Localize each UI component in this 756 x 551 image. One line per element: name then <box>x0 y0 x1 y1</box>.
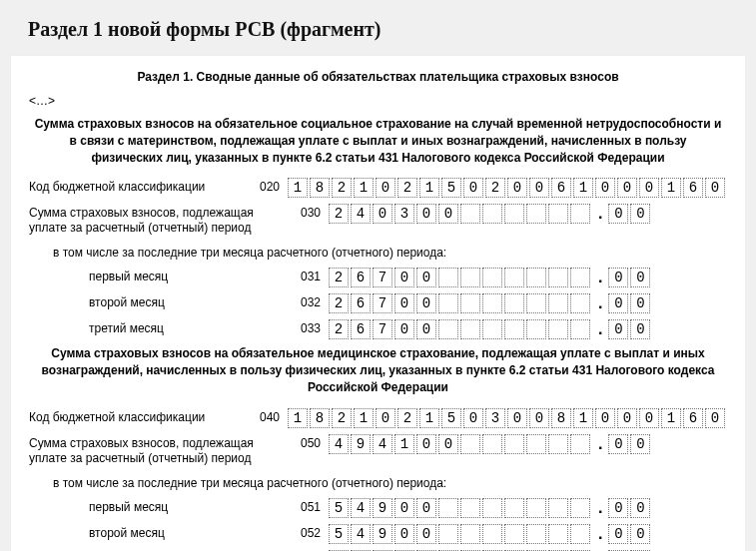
section-1-heading: Сумма страховых взносов на обязательное … <box>29 116 727 166</box>
digit-cell: 6 <box>351 293 371 313</box>
ellipsis: <…> <box>29 94 727 108</box>
decimal-dot: . <box>592 498 608 518</box>
digit-cell: 1 <box>419 178 439 198</box>
digit-cell <box>504 293 524 313</box>
digit-cell <box>460 434 480 454</box>
digit-cell <box>526 434 546 454</box>
digit-cell: 1 <box>354 178 374 198</box>
digit-cell: 0 <box>630 319 650 339</box>
digit-cell <box>504 204 524 224</box>
digit-cell: 1 <box>573 178 593 198</box>
digit-cell: 0 <box>376 178 395 198</box>
digit-cell: 2 <box>332 178 352 198</box>
digit-cell: 1 <box>573 408 593 428</box>
row-050: Сумма страховых взносов, подлежащая упла… <box>29 434 727 466</box>
digit-cell: 4 <box>373 434 392 454</box>
digit-cell: 0 <box>630 268 650 287</box>
cells-040: 18210215030081000160 <box>288 408 727 428</box>
cells-052: 54900.00 <box>329 524 652 544</box>
digit-cell: 0 <box>416 293 436 313</box>
digit-cell <box>526 498 546 518</box>
digit-cell: 0 <box>438 434 458 454</box>
digit-cell: 2 <box>329 293 349 313</box>
digit-cell <box>570 268 590 287</box>
digit-cell: 0 <box>507 408 527 428</box>
digit-cell: 3 <box>485 408 505 428</box>
digit-cell: 4 <box>329 434 349 454</box>
cells-032: 26700.00 <box>329 293 652 313</box>
row-020: Код бюджетной классификации 020 18210215… <box>29 178 727 198</box>
digit-cell <box>570 204 590 224</box>
digit-cell <box>438 268 458 287</box>
digit-cell <box>526 319 546 339</box>
row-052: второй месяц 052 54900.00 <box>29 524 727 544</box>
digit-cell: 0 <box>394 293 414 313</box>
digit-cell: 0 <box>595 178 615 198</box>
digit-cell: 4 <box>351 204 371 224</box>
digit-cell: 2 <box>332 408 352 428</box>
decimal-dot: . <box>592 268 608 287</box>
digit-cell: 0 <box>416 524 436 544</box>
digit-cell <box>460 319 480 339</box>
digit-cell: 0 <box>595 408 615 428</box>
digit-cell: 0 <box>608 524 628 544</box>
digit-cell: 9 <box>351 434 371 454</box>
digit-cell <box>504 268 524 287</box>
label-sum-period: Сумма страховых взносов, подлежащая упла… <box>29 204 299 236</box>
digit-cell <box>526 204 546 224</box>
digit-cell: 2 <box>329 319 349 339</box>
digit-cell: 0 <box>529 178 549 198</box>
digit-cell: 0 <box>416 204 436 224</box>
digit-cell <box>482 524 502 544</box>
cells-031: 26700.00 <box>329 268 652 287</box>
cells-033: 26700.00 <box>329 319 652 339</box>
label-m1: первый месяц <box>29 268 299 284</box>
row-051: первый месяц 051 54900.00 <box>29 498 727 518</box>
decimal-dot: . <box>592 434 608 454</box>
digit-cell <box>438 498 458 518</box>
decimal-dot: . <box>592 524 608 544</box>
digit-cell: 1 <box>419 408 439 428</box>
digit-cell: 0 <box>529 408 549 428</box>
digit-cell: 8 <box>551 408 571 428</box>
digit-cell: 7 <box>373 293 392 313</box>
digit-cell <box>438 293 458 313</box>
digit-cell: 1 <box>394 434 414 454</box>
digit-cell: 0 <box>608 293 628 313</box>
digit-cell <box>570 498 590 518</box>
label-kbk: Код бюджетной классификации <box>29 178 260 195</box>
cells-051: 54900.00 <box>329 498 652 518</box>
digit-cell: 1 <box>288 178 308 198</box>
digit-cell: 0 <box>416 434 436 454</box>
code-030: 030 <box>299 204 329 220</box>
digit-cell: 0 <box>416 268 436 287</box>
digit-cell <box>526 293 546 313</box>
code-052: 052 <box>299 524 329 540</box>
digit-cell: 4 <box>351 498 371 518</box>
digit-cell: 2 <box>329 268 349 287</box>
digit-cell <box>504 524 524 544</box>
page-title: Раздел 1 новой формы РСВ (фрагмент) <box>0 0 756 55</box>
label-m2-2: второй месяц <box>29 524 299 541</box>
digit-cell: 1 <box>288 408 308 428</box>
digit-cell <box>504 434 524 454</box>
digit-cell <box>504 498 524 518</box>
digit-cell: 6 <box>683 178 703 198</box>
label-m1-2: первый месяц <box>29 498 299 515</box>
row-040: Код бюджетной классификации 040 18210215… <box>29 408 727 428</box>
digit-cell: 6 <box>351 319 371 339</box>
row-032: второй месяц 032 26700.00 <box>29 293 727 313</box>
label-m3: третий месяц <box>29 319 299 336</box>
digit-cell <box>482 434 502 454</box>
digit-cell: 0 <box>630 293 650 313</box>
digit-cell: 0 <box>630 204 650 224</box>
digit-cell <box>570 319 590 339</box>
document-body: Раздел 1. Сводные данные об обязательств… <box>10 55 746 551</box>
cells-050: 494100.00 <box>329 434 652 454</box>
digit-cell: 1 <box>354 408 374 428</box>
digit-cell <box>526 268 546 287</box>
label-kbk-2: Код бюджетной классификации <box>29 408 260 425</box>
digit-cell: 0 <box>705 178 725 198</box>
code-040: 040 <box>260 408 288 424</box>
decimal-dot: . <box>592 204 608 224</box>
